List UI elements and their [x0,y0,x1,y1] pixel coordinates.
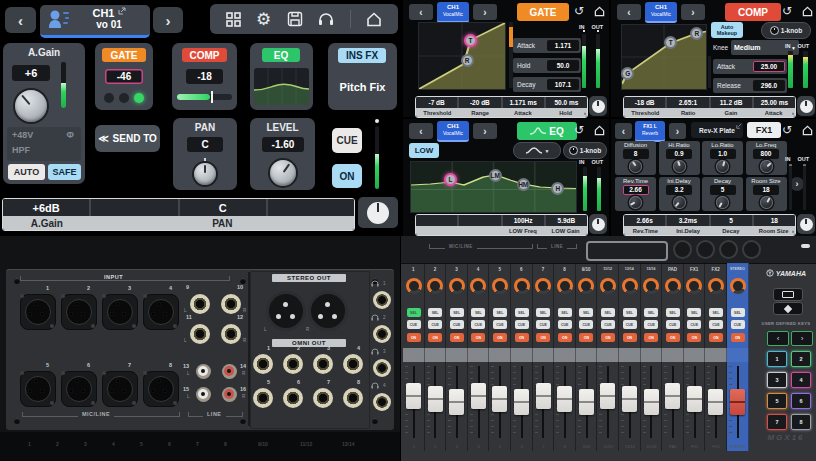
fx-knob-cell-rev-time[interactable]: Rev.Time2.66 [615,177,656,211]
pan-value[interactable]: C [187,137,223,152]
eq-title-button[interactable]: EQ [517,122,577,140]
fx-knob[interactable] [760,160,773,173]
fx-param-value[interactable]: 1.0 [710,149,736,159]
param-value-cell[interactable] [459,215,500,226]
fx-param-value[interactable]: 5 [710,185,736,195]
home-icon[interactable] [591,122,607,138]
graph-handle-g[interactable]: G [621,67,634,80]
channel-tab[interactable]: CH1VocalMic [437,2,469,23]
home-icon[interactable] [799,122,815,138]
param-value-cell[interactable] [268,199,354,216]
gate-curve-graph[interactable]: TR [418,22,506,90]
gain-safe-button[interactable]: SAFE [48,164,81,180]
fx-knob[interactable] [716,160,729,173]
prev-channel-button[interactable]: ‹ [617,4,641,20]
param-value-cell[interactable]: 18 [754,215,795,226]
insert-fx-tile[interactable]: INS FX Pitch Fix [328,43,397,110]
param-value-cell[interactable]: 2.65:1 [667,97,708,108]
param-value-box[interactable]: 296.0 [753,80,785,91]
comp-threshold-value[interactable]: -18 [186,69,223,84]
fx-knob[interactable] [673,196,686,209]
fx1-title-button[interactable]: FX1 [747,122,781,138]
channel-select-tile[interactable]: CH1 vo 01 [40,5,150,38]
level-value[interactable]: -1.60 [262,137,304,152]
param-value-box[interactable]: 25.00 [753,61,785,72]
headphones-icon[interactable] [318,12,334,26]
fx-knob-cell-decay[interactable]: Decay5 [702,177,743,211]
pan-tile[interactable]: PAN C [173,118,237,190]
prev-channel-button[interactable]: ‹ [5,7,36,33]
graph-handle-lm[interactable]: LM [489,169,502,182]
one-knob-button[interactable]: 1-knob [761,22,811,39]
eq-tile[interactable]: EQ [250,43,313,110]
param-value-cell[interactable]: 5 [711,215,752,226]
undo-icon[interactable]: ↺ [571,3,587,19]
one-knob-button[interactable]: 1-knob [563,142,607,159]
prev-channel-button[interactable]: ‹ [409,4,433,20]
graph-handle-l[interactable]: L [444,173,457,186]
again-value[interactable]: +6 [12,65,50,81]
level-tile[interactable]: LEVEL -1.60 [250,118,315,190]
edit-channel-icon[interactable] [118,7,126,15]
param-row-attack[interactable]: Attack1.171 [513,38,581,53]
home-icon[interactable] [366,12,382,27]
fx-knob[interactable] [716,196,729,209]
undo-icon[interactable]: ↺ [571,122,587,138]
more-params-arrow[interactable]: › [790,177,804,191]
param-value-cell[interactable]: 100Hz [503,215,544,226]
fx-knob[interactable] [629,160,642,173]
touch-and-turn-knob-button[interactable] [797,214,815,234]
fx-type-button[interactable]: Rev-X Plate [691,122,743,138]
fx-knob-cell-hi-ratio[interactable]: Hi.Ratio0.9 [659,141,700,175]
home-icon[interactable] [799,3,815,19]
touch-and-turn-knob-button[interactable] [589,96,607,116]
graph-handle-r[interactable]: R [461,54,474,67]
send-to-button[interactable]: ≪SEND TO [95,125,160,152]
gate-threshold-value[interactable]: -46 [105,69,143,84]
more-chevron[interactable]: › [584,110,586,116]
prev-channel-button[interactable]: ‹ [409,123,433,139]
eq-curve-graph[interactable]: LLMHMH [410,161,577,213]
param-value-cell[interactable]: 50.0 ms [546,97,587,108]
on-button[interactable]: ON [332,164,362,188]
pan-knob[interactable] [194,163,216,185]
param-value-cell[interactable]: 3.2ms [667,215,708,226]
phantom-48v-label[interactable]: +48V [12,130,33,140]
phase-icon[interactable]: Φ [67,130,74,140]
channel-tab[interactable]: CH1VocalMic [645,2,677,23]
grid-menu-icon[interactable] [226,12,241,27]
param-row-decay[interactable]: Decay107.1 [513,77,581,92]
undo-icon[interactable]: ↺ [779,3,795,19]
comp-title-button[interactable]: COMP [725,3,781,21]
fx-param-value[interactable]: 0.9 [666,149,692,159]
fx-knob-cell-lo-ratio[interactable]: Lo.Ratio1.0 [702,141,743,175]
next-fx-button[interactable]: › [669,123,686,139]
next-channel-button[interactable]: › [473,4,497,20]
gain-auto-button[interactable]: AUTO [8,164,45,180]
param-value-cell[interactable]: 11.2 dB [711,97,752,108]
fx-knob[interactable] [673,160,686,173]
gate-tile[interactable]: GATE -46 [95,43,153,110]
gate-title-button[interactable]: GATE [517,3,569,21]
home-icon[interactable] [591,3,607,19]
next-channel-button[interactable]: › [153,7,183,33]
next-channel-button[interactable]: › [473,123,497,139]
graph-handle-r[interactable]: R [690,27,703,40]
undo-icon[interactable]: ↺ [779,122,795,138]
again-knob[interactable] [15,90,47,122]
touch-and-turn-knob-button[interactable] [797,96,815,116]
fx-knob[interactable] [629,196,642,209]
param-value-cell[interactable] [91,199,177,216]
auto-makeup-button[interactable]: AutoMakeup [711,22,743,38]
next-channel-button[interactable]: › [681,4,705,20]
cue-button[interactable]: CUE [332,128,362,153]
more-chevron[interactable]: › [792,228,794,234]
fx-knob[interactable] [760,196,773,209]
touch-and-turn-knob-button[interactable] [589,214,607,234]
more-chevron[interactable]: › [792,110,794,116]
touch-and-turn-knob-button[interactable] [358,197,398,228]
param-value-cell[interactable]: -20 dB [459,97,500,108]
param-value-cell[interactable]: 1.171 ms [503,97,544,108]
param-value-box[interactable]: 50.0 [547,60,579,71]
gear-icon[interactable]: ⚙ [256,11,271,28]
